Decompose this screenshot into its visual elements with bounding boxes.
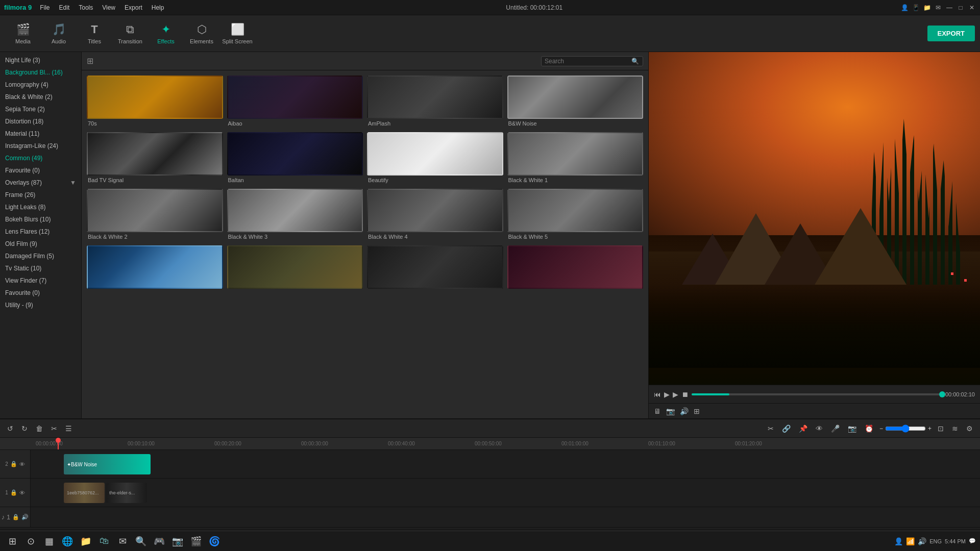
effect-card-aibao[interactable]: Aibao [227, 76, 363, 128]
filmora-taskbar-icon[interactable]: 🎬 [188, 533, 204, 549]
start-button[interactable]: ⊞ [4, 533, 20, 549]
tool-audio[interactable]: 🎵 Audio [41, 17, 77, 50]
close-button[interactable]: ✕ [968, 4, 976, 12]
sidebar-item-frame[interactable]: Frame (26) [0, 189, 81, 201]
settings-icon[interactable]: ⊞ [694, 407, 700, 415]
sidebar-item-instagram[interactable]: Instagram-Like (24) [0, 140, 81, 152]
zoom-slider[interactable] [885, 424, 926, 433]
redo-button[interactable]: ↻ [19, 423, 30, 434]
play-button[interactable]: ▶ [664, 390, 670, 398]
camera-tool[interactable]: 📷 [846, 423, 859, 434]
snap-tool[interactable]: 📌 [797, 423, 810, 434]
sidebar-item-damaged-film[interactable]: Damaged Film (5) [0, 250, 81, 262]
sidebar-item-view-finder[interactable]: View Finder (7) [0, 274, 81, 287]
search-button[interactable]: ⊙ [22, 533, 39, 549]
sidebar-item-old-film[interactable]: Old Film (9) [0, 238, 81, 250]
settings-button[interactable]: ☰ [63, 423, 74, 434]
menu-view[interactable]: View [98, 3, 119, 12]
effect-card-bwnoise[interactable]: B&W Noise [507, 76, 644, 128]
effect-card-row4b[interactable] [227, 245, 363, 292]
maximize-button[interactable]: □ [957, 4, 965, 12]
tool-effects[interactable]: ✦ Effects [148, 17, 184, 50]
track-audio-lock[interactable]: 🔒 [12, 514, 19, 520]
stop-button[interactable]: ⏹ [681, 390, 689, 398]
snapshot-icon[interactable]: 📷 [666, 407, 675, 415]
chrome-icon[interactable]: 🌀 [206, 533, 223, 549]
sidebar-item-bw[interactable]: Black & White (2) [0, 91, 81, 103]
play-alt-button[interactable]: ▶ [673, 390, 678, 398]
search-input[interactable] [545, 58, 631, 65]
volume-icon[interactable]: 🔊 [680, 407, 689, 415]
edge-icon[interactable]: 🌐 [59, 533, 76, 549]
eye-tool[interactable]: 👁 [814, 423, 825, 434]
effect-card-bw2[interactable]: Black & White 2 [87, 189, 223, 241]
effect-card-amplash[interactable]: AmPlash [367, 76, 503, 128]
preview-timeline[interactable] [692, 393, 942, 395]
menu-file[interactable]: File [36, 3, 54, 12]
effect-card-row4d[interactable] [507, 245, 644, 292]
sidebar-item-utility[interactable]: Utility - (9) [0, 299, 81, 311]
sound-icon[interactable]: 🔊 [918, 537, 926, 545]
task-view-button[interactable]: ▦ [41, 533, 57, 549]
settings2-button[interactable]: ⚙ [964, 423, 975, 434]
effect-card-row4c[interactable] [367, 245, 503, 292]
track-audio-volume[interactable]: 🔊 [21, 514, 29, 520]
sidebar-item-bokeh[interactable]: Bokeh Blurs (10) [0, 213, 81, 226]
sidebar-item-lens-flares[interactable]: Lens Flares (12) [0, 226, 81, 238]
sidebar-item-night-life[interactable]: Night Life (3) [0, 54, 81, 66]
playhead[interactable] [58, 438, 59, 449]
sidebar-item-material[interactable]: Material (11) [0, 128, 81, 140]
wifi-icon[interactable]: 📶 [906, 537, 915, 545]
minimize-button[interactable]: — [945, 4, 953, 12]
track-eye-icon[interactable]: 👁 [19, 461, 25, 467]
effect-card-70s[interactable]: 70s [87, 76, 223, 128]
mic-tool[interactable]: 🎤 [829, 423, 842, 434]
sidebar-item-tv-static[interactable]: Tv Static (10) [0, 262, 81, 274]
export-button[interactable]: EXPORT [927, 26, 975, 41]
clip-video2[interactable]: the-elder-s... [106, 483, 147, 503]
clip-video1[interactable]: 1eeb7580762... [64, 483, 105, 503]
menu-tools[interactable]: Tools [75, 3, 97, 12]
effect-card-bad-tv[interactable]: Bad TV Signal [87, 132, 223, 185]
track1-eye-icon[interactable]: 👁 [19, 490, 25, 496]
tool-elements[interactable]: ⬡ Elements [184, 17, 219, 50]
phone-icon[interactable]: 📱 [912, 4, 920, 12]
sidebar-item-light-leaks[interactable]: Light Leaks (8) [0, 201, 81, 213]
notification-icon[interactable]: 💬 [969, 538, 976, 544]
sidebar-section-overlays[interactable]: Overlays (87) ▼ [0, 177, 81, 189]
sidebar-item-common[interactable]: Common (49) [0, 152, 81, 164]
camera-icon2[interactable]: 📷 [169, 533, 186, 549]
delete-button[interactable]: 🗑 [34, 423, 45, 434]
sidebar-item-background[interactable]: Background Bl... (16) [0, 66, 81, 79]
account-icon[interactable]: 👤 [900, 4, 909, 12]
sidebar-item-lomography[interactable]: Lomography (4) [0, 79, 81, 91]
sidebar-item-sepia[interactable]: Sepia Tone (2) [0, 103, 81, 115]
effect-card-row4a[interactable] [87, 245, 223, 292]
menu-edit[interactable]: Edit [55, 3, 74, 12]
sidebar-item-favourite2[interactable]: Favourite (0) [0, 287, 81, 299]
mail-icon[interactable]: ✉ [114, 533, 131, 549]
search2-icon[interactable]: 🔍 [133, 533, 149, 549]
grid-view-icon[interactable]: ⊞ [87, 56, 93, 66]
explorer-icon[interactable]: 📁 [78, 533, 94, 549]
effect-card-bw3[interactable]: Black & White 3 [227, 189, 363, 241]
audio-wave-button[interactable]: ≋ [950, 423, 960, 434]
sidebar-item-favourite[interactable]: Favourite (0) [0, 164, 81, 177]
sidebar-item-distortion[interactable]: Distortion (18) [0, 115, 81, 128]
folder-icon[interactable]: 📁 [923, 4, 931, 12]
undo-button[interactable]: ↺ [5, 423, 15, 434]
effect-card-bw1[interactable]: Black & White 1 [507, 132, 644, 185]
tool-media[interactable]: 🎬 Media [5, 17, 41, 50]
tool-titles[interactable]: T Titles [77, 17, 112, 50]
effect-card-baltan[interactable]: Baltan [227, 132, 363, 185]
search-box[interactable]: 🔍 [541, 56, 643, 66]
clock-tool[interactable]: ⏰ [863, 423, 875, 434]
prev-frame-button[interactable]: ⏮ [654, 390, 661, 398]
track1-lock-icon[interactable]: 🔒 [10, 489, 17, 496]
effect-card-beautify[interactable]: Beautify [367, 132, 503, 185]
link-tool[interactable]: 🔗 [780, 423, 793, 434]
fit-button[interactable]: ⊡ [936, 423, 946, 434]
store-icon[interactable]: 🛍 [96, 533, 112, 549]
track-lock-icon[interactable]: 🔒 [10, 461, 17, 467]
gaming-icon[interactable]: 🎮 [151, 533, 167, 549]
